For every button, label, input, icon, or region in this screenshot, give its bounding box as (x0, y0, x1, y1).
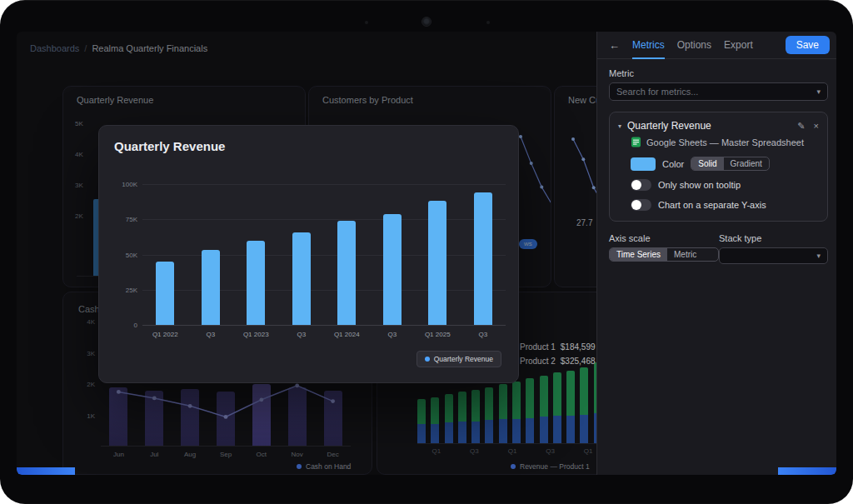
gridline (142, 325, 506, 326)
save-button[interactable]: Save (786, 36, 830, 54)
tooltip-toggle-row: Only show on tooltip (631, 179, 819, 191)
metric-card-header: ▾ Quarterly Revenue ✎ × (618, 120, 819, 132)
modal-chart-xlabels: Q1 2022Q3Q1 2023Q3Q1 2024Q3Q1 2025Q3 (142, 331, 506, 341)
revenue-bar[interactable] (202, 250, 220, 325)
stack-type-select[interactable]: ▾ (719, 247, 828, 264)
color-label: Color (662, 159, 684, 169)
search-placeholder: Search for metrics... (616, 87, 698, 97)
gridline (142, 184, 506, 185)
y-axis-tick: 100K (111, 181, 137, 188)
revenue-bar[interactable] (428, 201, 446, 325)
x-axis-tick: Q1 2024 (322, 331, 372, 338)
gridline (142, 219, 506, 220)
tooltip-toggle[interactable] (631, 179, 651, 191)
close-icon[interactable]: × (814, 121, 819, 131)
x-axis-tick: Q1 2023 (231, 331, 281, 338)
chevron-down-icon: ▾ (816, 87, 821, 96)
tab-options[interactable]: Options (677, 32, 711, 59)
x-axis-tick: Q1 2022 (140, 331, 190, 338)
fill-style-segment: Solid Gradient (691, 157, 770, 171)
panel-header: ← Metrics Options Export Save (597, 32, 836, 59)
legend-label: Quarterly Revenue (434, 355, 493, 363)
fill-gradient-option[interactable]: Gradient (724, 157, 769, 170)
metric-source-label: Google Sheets — Master Spreadsheet (646, 137, 804, 147)
axis-scale-time-series-option[interactable]: Time Series (610, 248, 667, 261)
stack-type-label: Stack type (719, 233, 828, 243)
revenue-bar[interactable] (247, 241, 265, 325)
metric-title: Quarterly Revenue (627, 120, 711, 132)
back-arrow-icon[interactable]: ← (609, 39, 620, 52)
axis-scale-label: Axis scale (609, 233, 719, 243)
google-sheets-icon (631, 137, 641, 147)
revenue-bar[interactable] (383, 214, 402, 326)
fill-solid-option[interactable]: Solid (691, 157, 723, 170)
panel-columns: Axis scale Time Series Metric Stack type… (609, 233, 828, 264)
metric-color-row: Color Solid Gradient (631, 157, 819, 171)
gridline (142, 290, 506, 291)
toggle-knob (631, 180, 641, 190)
metric-card-actions: ✎ × (797, 121, 819, 132)
panel-body: Metric Search for metrics... ▾ ▾ Quarter… (597, 59, 836, 264)
x-axis-tick: Q1 2025 (412, 331, 462, 338)
modal-title: Quarterly Revenue (114, 139, 225, 153)
camera-icon (422, 17, 431, 27)
legend-dot-icon (425, 357, 430, 362)
app-screen: Dashboards / Realma Quarterly Financials… (17, 32, 836, 475)
toggle-label: Only show on tooltip (658, 180, 741, 190)
settings-panel: ← Metrics Options Export Save Metric Sea… (596, 32, 836, 475)
bottom-accent-right (778, 467, 836, 475)
revenue-bar[interactable] (292, 232, 311, 326)
gridline (142, 255, 506, 256)
metric-section-label: Metric (609, 68, 828, 78)
collapse-chevron-icon[interactable]: ▾ (618, 122, 621, 130)
sensor-dot-icon (486, 21, 490, 24)
metric-card: ▾ Quarterly Revenue ✎ × (609, 112, 828, 222)
y-axis-tick: 0 (111, 322, 137, 329)
modal-chart-legend[interactable]: Quarterly Revenue (417, 351, 501, 367)
toggle-label: Chart on a separate Y-axis (658, 200, 766, 210)
stack-type-column: Stack type ▾ (719, 233, 828, 264)
sensor-dot-icon (365, 21, 368, 24)
x-axis-tick: Q3 (277, 331, 327, 338)
color-swatch[interactable] (631, 157, 656, 171)
separate-yaxis-toggle-row: Chart on a separate Y-axis (631, 199, 819, 211)
separate-yaxis-toggle[interactable] (631, 199, 651, 211)
metric-source-row: Google Sheets — Master Spreadsheet (631, 137, 819, 147)
axis-scale-segment: Time Series Metric (609, 247, 719, 262)
revenue-bar[interactable] (156, 262, 174, 325)
chevron-down-icon: ▾ (816, 252, 821, 260)
tab-metrics[interactable]: Metrics (632, 32, 665, 59)
axis-scale-column: Axis scale Time Series Metric (609, 233, 719, 264)
modal-chart-plot (142, 184, 506, 325)
bottom-accent-left (17, 467, 75, 475)
y-axis-tick: 25K (111, 287, 137, 294)
metric-search-select[interactable]: Search for metrics... ▾ (609, 82, 828, 101)
toggle-knob (631, 200, 641, 210)
x-axis-tick: Q3 (458, 331, 508, 338)
revenue-bar[interactable] (474, 192, 492, 325)
tab-export[interactable]: Export (724, 32, 753, 59)
x-axis-tick: Q3 (186, 331, 236, 338)
y-axis-tick: 75K (111, 216, 137, 223)
chart-detail-modal: Quarterly Revenue 025K50K75K100K Q1 2022… (98, 125, 519, 383)
revenue-bar[interactable] (337, 221, 356, 325)
y-axis-tick: 50K (111, 252, 137, 259)
edit-icon[interactable]: ✎ (797, 121, 805, 132)
x-axis-tick: Q3 (367, 331, 417, 338)
tablet-frame: Dashboards / Realma Quarterly Financials… (0, 0, 853, 504)
modal-chart-ylabels: 025K50K75K100K (111, 184, 137, 325)
axis-scale-metric-option[interactable]: Metric (667, 248, 703, 261)
